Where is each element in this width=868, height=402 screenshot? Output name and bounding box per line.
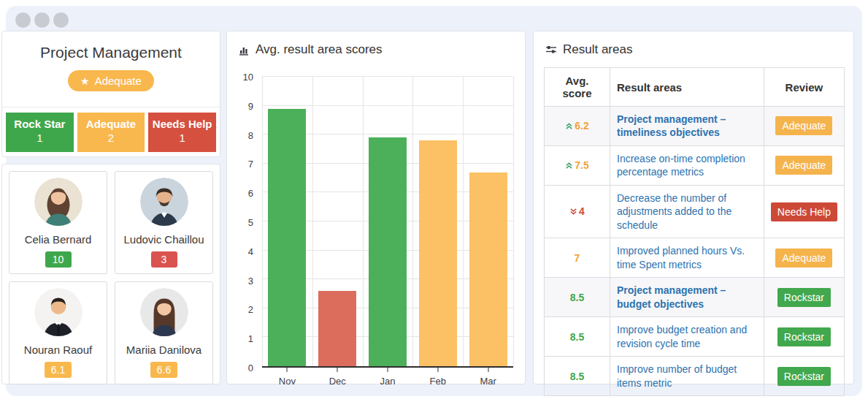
review-cell: Adequate [764, 107, 844, 146]
window-dot-icon[interactable] [15, 12, 31, 28]
team-members-panel: Celia Bernard 10 Ludovic Chaillou 3 Nour… [1, 164, 220, 384]
result-area-cell: Decrease the number of adjustments added… [610, 185, 764, 238]
window-dot-icon[interactable] [34, 12, 50, 28]
x-axis-label: Jan [380, 376, 396, 387]
window-dot-icon[interactable] [53, 12, 69, 28]
chart-header: Avg. result area scores [227, 31, 525, 61]
star-icon: ★ [80, 76, 90, 86]
chart-plot [262, 77, 513, 368]
x-axis-label: Mar [480, 376, 496, 387]
review-cell: Adequate [764, 238, 844, 278]
bar-chart-icon [239, 45, 250, 56]
x-axis-label: Dec [329, 376, 346, 387]
table-header-row: Avg. score Result areas Review [545, 68, 845, 107]
sliders-icon [545, 44, 557, 56]
result-area-cell: Project management – timeliness objectiv… [610, 107, 764, 146]
y-axis-label: 4 [248, 246, 253, 257]
x-axis-label: Feb [430, 376, 446, 387]
table-row: 8.5 Improve number of budget items metri… [545, 357, 845, 396]
team-header: Project Management ★ Adequate [2, 31, 220, 107]
row-score: 8.5 [545, 278, 610, 317]
result-area-link[interactable]: Increase on-time completion percentage m… [617, 153, 745, 178]
bar-dec [318, 291, 356, 366]
stat-label: Rock Star [6, 118, 74, 130]
team-title: Project Management [2, 31, 220, 61]
table-row: 8.5 Improve budget creation and revision… [545, 317, 845, 357]
stat-label: Adequate [77, 118, 145, 130]
result-area-cell: Improve budget creation and revision cyc… [610, 317, 764, 357]
double-chevron-up-icon [565, 160, 573, 172]
result-areas-table: Avg. score Result areas Review 6.2 Proje… [544, 67, 845, 396]
y-axis-label: 6 [248, 188, 253, 199]
y-axis-label: 10 [243, 72, 253, 83]
result-area-link[interactable]: Project management – timeliness objectiv… [617, 113, 726, 138]
row-score: 8.5 [545, 357, 610, 396]
avatar [140, 288, 188, 336]
table-row: 7 Improved planned hours Vs. time Spent … [545, 238, 845, 278]
stat-card-adequate: Adequate 2 [77, 113, 145, 152]
stat-label: Needs Help [148, 118, 216, 130]
member-name: Ludovic Chaillou [123, 233, 204, 246]
review-cell: Rockstar [764, 357, 844, 396]
review-badge: Needs Help [771, 202, 837, 221]
result-area-link[interactable]: Improve number of budget items metric [617, 363, 737, 388]
member-card: Ludovic Chaillou 3 [115, 171, 213, 274]
results-title: Result areas [563, 42, 632, 57]
row-score: 7.5 [545, 145, 610, 185]
member-card: Nouran Raouf 6.1 [9, 281, 107, 384]
member-card: Mariia Danilova 6.6 [115, 281, 213, 384]
column-header-avg-score: Avg. score [545, 68, 610, 107]
y-axis-label: 9 [248, 101, 253, 112]
table-row: 6.2 Project management – timeliness obje… [545, 107, 845, 146]
double-chevron-up-icon [565, 121, 573, 132]
member-score-badge: 6.6 [150, 362, 177, 378]
result-area-link[interactable]: Improved planned hours Vs. time Spent me… [617, 245, 745, 270]
avatar [34, 178, 82, 226]
chart-y-axis: 012345678910 [239, 77, 256, 368]
result-area-cell: Increase on-time completion percentage m… [610, 145, 764, 185]
review-cell: Adequate [764, 145, 844, 185]
stat-card-rockstar: Rock Star 1 [6, 113, 74, 152]
table-row: 8.5 Project management – budget objectiv… [545, 278, 845, 317]
row-score: 8.5 [545, 317, 610, 357]
column-header-result-areas: Result areas [610, 68, 764, 107]
row-score: 6.2 [545, 107, 610, 146]
member-score-badge: 10 [45, 251, 72, 268]
y-axis-label: 7 [248, 159, 253, 170]
review-badge: Adequate [775, 156, 832, 175]
review-badge: Rockstar [777, 327, 831, 346]
member-name: Nouran Raouf [24, 344, 92, 356]
review-badge: Rockstar [777, 367, 831, 386]
team-stats: Rock Star 1 Adequate 2 Needs Help 1 [2, 107, 220, 157]
y-axis-label: 8 [248, 130, 253, 141]
result-area-cell: Improved planned hours Vs. time Spent me… [610, 238, 764, 278]
bar-nov [268, 109, 306, 366]
double-chevron-down-icon [569, 206, 577, 218]
result-area-link[interactable]: Project management – budget objectives [617, 284, 726, 309]
review-badge: Adequate [775, 249, 832, 268]
chart-x-axis: NovDecJanFebMar [262, 368, 513, 390]
row-score: 4 [545, 185, 610, 238]
window-controls [15, 12, 69, 28]
review-badge: Adequate [775, 116, 832, 135]
stat-count: 2 [77, 132, 145, 144]
team-summary-panel: Project Management ★ Adequate Rock Star … [1, 31, 220, 157]
y-axis-label: 0 [248, 363, 253, 373]
y-axis-label: 5 [248, 217, 253, 228]
table-row: 7.5 Increase on-time completion percenta… [545, 145, 845, 185]
row-score: 7 [545, 238, 610, 278]
member-name: Mariia Danilova [126, 344, 201, 356]
review-cell: Needs Help [764, 185, 844, 238]
stat-count: 1 [148, 132, 216, 144]
result-area-link[interactable]: Decrease the number of adjustments added… [617, 192, 731, 231]
bar-mar [469, 172, 507, 366]
bar-chart: 012345678910 NovDecJanFebMar [239, 77, 513, 368]
result-area-link[interactable]: Improve budget creation and revision cyc… [617, 324, 747, 349]
y-axis-label: 1 [248, 333, 253, 344]
column-header-review: Review [764, 68, 844, 107]
result-area-cell: Improve number of budget items metric [610, 357, 764, 396]
member-card: Celia Bernard 10 [9, 171, 107, 274]
y-axis-label: 3 [248, 276, 253, 287]
y-axis-label: 2 [248, 304, 253, 315]
bar-jan [369, 137, 407, 366]
